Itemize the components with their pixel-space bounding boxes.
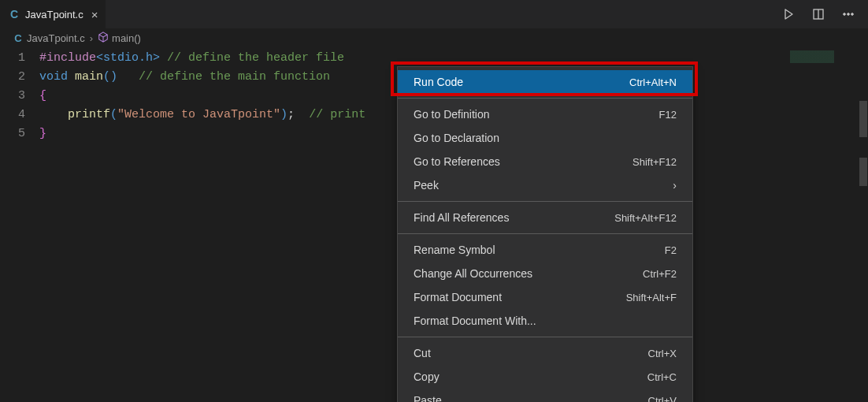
menu-item-change-all-occurrences[interactable]: Change All OccurrencesCtrl+F2 (398, 262, 692, 285)
tabs-bar: C JavaTpoint.c × (0, 0, 868, 28)
menu-item-rename-symbol[interactable]: Rename SymbolF2 (398, 238, 692, 262)
chevron-right-icon: › (90, 32, 93, 44)
menu-item-label: Peek (414, 179, 439, 192)
line-number: 2 (0, 68, 25, 87)
close-icon[interactable]: × (91, 9, 98, 20)
menu-item-shortcut: Ctrl+Alt+N (629, 76, 677, 88)
menu-item-shortcut: Ctrl+F2 (643, 268, 677, 280)
more-icon[interactable] (840, 6, 857, 23)
tab-label: JavaTpoint.c (25, 9, 83, 20)
menu-item-label: Cut (414, 347, 431, 359)
split-editor-icon[interactable] (810, 6, 827, 23)
menu-item-format-document-with[interactable]: Format Document With... (398, 309, 692, 333)
menu-item-go-to-references[interactable]: Go to ReferencesShift+F12 (398, 150, 692, 173)
symbol-function-icon (98, 32, 109, 45)
menu-item-label: Format Document (414, 291, 502, 303)
scrollbar[interactable] (857, 47, 868, 402)
menu-item-go-to-declaration[interactable]: Go to Declaration (398, 126, 692, 150)
menu-item-shortcut: F2 (665, 244, 677, 256)
breadcrumb-symbol: main() (112, 32, 141, 44)
c-language-icon: C (13, 32, 24, 44)
menu-item-label: Rename Symbol (414, 244, 495, 256)
menu-item-shortcut: Shift+Alt+F (626, 292, 677, 303)
menu-item-label: Copy (414, 370, 440, 383)
menu-item-shortcut: Ctrl+V (648, 395, 677, 403)
menu-item-label: Go to References (414, 155, 500, 168)
line-gutter: 12345 (0, 49, 39, 402)
tab-actions (780, 6, 868, 23)
code-line[interactable]: #include<stdio.h> // define the header f… (39, 49, 785, 68)
menu-item-label: Run Code (414, 76, 463, 88)
run-icon[interactable] (780, 6, 797, 23)
menu-separator (398, 233, 692, 234)
line-number: 3 (0, 87, 25, 106)
menu-item-shortcut: Shift+Alt+F12 (614, 212, 677, 224)
svg-point-2 (844, 13, 846, 16)
menu-item-copy[interactable]: CopyCtrl+C (398, 365, 692, 389)
menu-item-label: Change All Occurrences (414, 267, 532, 280)
svg-point-4 (851, 13, 854, 16)
minimap[interactable] (785, 47, 868, 402)
menu-item-label: Paste (414, 394, 442, 402)
menu-item-peek[interactable]: Peek› (398, 173, 692, 197)
menu-item-shortcut: Ctrl+C (647, 371, 677, 383)
menu-separator (398, 201, 692, 202)
menu-item-paste[interactable]: PasteCtrl+V (398, 389, 692, 402)
line-number: 1 (0, 49, 25, 68)
menu-item-label: Go to Definition (414, 108, 490, 121)
menu-item-label: Format Document With... (414, 315, 536, 327)
menu-item-find-all-references[interactable]: Find All ReferencesShift+Alt+F12 (398, 206, 692, 229)
c-language-icon: C (8, 8, 20, 20)
line-number: 5 (0, 125, 25, 143)
menu-item-shortcut: F12 (659, 109, 677, 121)
scrollbar-thumb[interactable] (859, 158, 867, 186)
menu-item-format-document[interactable]: Format DocumentShift+Alt+F (398, 285, 692, 309)
menu-item-run-code[interactable]: Run CodeCtrl+Alt+N (398, 70, 692, 94)
menu-item-cut[interactable]: CutCtrl+X (398, 341, 692, 365)
menu-item-label: Go to Declaration (414, 132, 499, 144)
menu-separator (398, 98, 692, 99)
line-number: 4 (0, 106, 25, 125)
context-menu: Run CodeCtrl+Alt+NGo to DefinitionF12Go … (397, 66, 693, 402)
breadcrumb[interactable]: C JavaTpoint.c › main() (0, 28, 868, 47)
chevron-right-icon: › (673, 179, 677, 192)
scrollbar-thumb[interactable] (859, 101, 867, 137)
menu-item-label: Find All References (414, 211, 509, 224)
menu-item-shortcut: Shift+F12 (632, 156, 677, 168)
menu-item-shortcut: Ctrl+X (648, 348, 677, 359)
menu-item-go-to-definition[interactable]: Go to DefinitionF12 (398, 102, 692, 126)
editor-tab[interactable]: C JavaTpoint.c × (0, 0, 106, 28)
breadcrumb-file: JavaTpoint.c (27, 32, 85, 44)
menu-separator (398, 337, 692, 337)
svg-point-3 (848, 13, 850, 16)
